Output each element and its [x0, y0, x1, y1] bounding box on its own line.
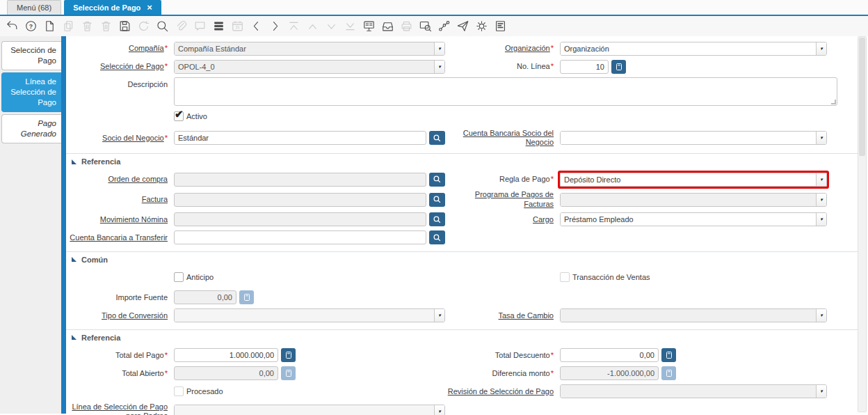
workflow-icon[interactable]: [437, 19, 451, 33]
anticipo-checkbox[interactable]: [174, 272, 184, 282]
record-search-button[interactable]: [429, 193, 445, 207]
programa-pagos-label[interactable]: Programa de Pagos de Facturas: [475, 190, 554, 208]
form-content: Compañía* Compañía Estándar▾ Organizació…: [66, 36, 868, 414]
attachment-icon: [174, 19, 188, 33]
diferencia-monto-label: Diferencia monto: [492, 369, 550, 377]
sidebar-tab-pago-generado[interactable]: Pago Generado: [1, 114, 61, 143]
chevron-down-icon[interactable]: ▾: [434, 309, 444, 322]
chevron-down-icon[interactable]: ▾: [434, 42, 444, 55]
chevron-down-icon[interactable]: ▾: [434, 405, 444, 415]
tab-menu[interactable]: Menú (68): [7, 0, 61, 15]
cargo-label[interactable]: Cargo: [533, 215, 554, 224]
diferencia-monto-input: -1.000.000,00: [560, 366, 659, 380]
record-search-button[interactable]: [429, 212, 445, 226]
tab-seleccion-de-pago[interactable]: Selección de Pago ×: [64, 0, 161, 15]
linea-padres-label[interactable]: Línea de Selección de Pago para Padres: [72, 402, 168, 415]
chevron-down-icon[interactable]: ▾: [816, 42, 826, 55]
detail-record-icon[interactable]: [268, 19, 282, 33]
organizacion-combobox[interactable]: Organización▾: [560, 42, 827, 56]
zoom-window-icon[interactable]: [418, 19, 432, 33]
report-icon[interactable]: [493, 19, 507, 33]
revision-seleccion-combobox: ▾: [560, 384, 827, 398]
section-referencia-2[interactable]: Referencia: [66, 329, 858, 343]
compania-combobox[interactable]: Compañía Estándar▾: [174, 42, 445, 56]
copy-record-icon: [61, 19, 75, 33]
section-comun[interactable]: Común: [66, 251, 858, 265]
importe-fuente-input: 0,00: [174, 290, 236, 304]
tipo-conversion-label[interactable]: Tipo de Conversión: [102, 311, 168, 320]
chevron-down-icon[interactable]: ▾: [816, 213, 826, 226]
cuenta-bancaria-socio-combobox[interactable]: ▾: [560, 131, 827, 145]
activo-checkbox[interactable]: ✔: [174, 111, 184, 121]
cuenta-transferir-input[interactable]: [174, 230, 426, 244]
calculator-button[interactable]: [661, 348, 676, 362]
organizacion-label[interactable]: Organización: [505, 44, 550, 52]
revision-seleccion-label[interactable]: Revisión de Selección de Pago: [448, 387, 554, 396]
orden-compra-label[interactable]: Orden de compra: [108, 175, 168, 183]
mandatory-marker: *: [165, 44, 168, 52]
total-descuento-input[interactable]: 0,00: [560, 348, 659, 362]
svg-text:31: 31: [235, 25, 239, 29]
grid-toggle-icon[interactable]: [211, 19, 225, 33]
descripcion-textarea[interactable]: [174, 77, 837, 106]
close-icon[interactable]: ×: [147, 3, 152, 12]
chevron-down-icon[interactable]: ▾: [434, 61, 444, 73]
chevron-down-icon: ▾: [816, 385, 826, 398]
compania-label[interactable]: Compañía: [129, 44, 164, 52]
sidebar-tab-linea-de-seleccion-de-pago[interactable]: Línea de Selección de Pago: [1, 72, 61, 112]
form-view-icon[interactable]: [362, 19, 376, 33]
help-icon[interactable]: ?: [24, 19, 38, 33]
movimiento-nomina-label[interactable]: Movimiento Nómina: [100, 215, 168, 224]
record-search-button[interactable]: [429, 173, 445, 187]
tasa-cambio-label[interactable]: Tasa de Cambio: [499, 311, 554, 320]
calculator-button: [281, 366, 296, 380]
new-record-icon[interactable]: [42, 19, 56, 33]
resize-handle-icon[interactable]: [831, 100, 836, 104]
undo-icon[interactable]: [5, 19, 19, 33]
mandatory-marker: *: [165, 351, 168, 359]
find-icon[interactable]: [155, 19, 169, 33]
linea-padres-combobox[interactable]: ▾: [174, 405, 445, 415]
chevron-down-icon: ▾: [816, 309, 826, 322]
tab-sidebar: Selección de Pago Línea de Selección de …: [0, 36, 61, 414]
socio-negocio-label[interactable]: Socio del Negocio: [102, 134, 164, 142]
calculator-button[interactable]: [281, 348, 296, 362]
no-linea-input[interactable]: 10: [560, 60, 609, 74]
factura-label[interactable]: Factura: [142, 195, 168, 203]
seleccion-pago-combobox[interactable]: OPOL-4_0▾: [174, 60, 445, 74]
calculator-button[interactable]: [611, 60, 626, 74]
cargo-combobox[interactable]: Préstamo Empleado▾: [560, 212, 827, 226]
mandatory-marker: *: [551, 62, 554, 70]
preference-gear-icon[interactable]: [474, 19, 488, 33]
vertical-scrollbar[interactable]: [858, 36, 867, 412]
programa-pagos-combobox: ▾: [560, 193, 827, 207]
send-icon[interactable]: [456, 19, 469, 33]
chevron-down-icon[interactable]: ▾: [816, 173, 826, 186]
parent-record-icon[interactable]: [249, 19, 263, 33]
total-abierto-input: 0,00: [174, 366, 278, 380]
orden-compra-input: [174, 173, 426, 187]
previous-record-icon: [305, 19, 319, 33]
delete-selection-icon: [99, 19, 113, 33]
tipo-conversion-combobox[interactable]: ▾: [174, 308, 445, 322]
sidebar-tab-seleccion-de-pago[interactable]: Selección de Pago: [1, 41, 61, 70]
cuenta-transferir-label[interactable]: Cuenta Bancaria a Transferir: [70, 233, 168, 242]
chevron-down-icon[interactable]: ▾: [816, 132, 826, 144]
svg-text:?: ?: [29, 23, 32, 30]
collapse-triangle-icon: [72, 335, 77, 340]
mandatory-marker: *: [551, 351, 554, 359]
scrollbar-thumb[interactable]: [859, 38, 865, 156]
save-icon[interactable]: [118, 19, 131, 33]
record-search-button[interactable]: [429, 131, 445, 145]
check-icon: ✔: [175, 108, 184, 120]
section-referencia[interactable]: Referencia: [66, 153, 858, 167]
record-search-button[interactable]: [429, 230, 445, 244]
collapse-triangle-icon: [72, 257, 77, 262]
regla-pago-combobox[interactable]: Depósito Directo▾: [560, 173, 827, 187]
total-pago-input[interactable]: 1.000.000,00: [174, 348, 278, 362]
archive-icon[interactable]: [380, 19, 394, 33]
cuenta-bancaria-socio-label[interactable]: Cuenta Bancaria Socio del Negocio: [463, 129, 554, 146]
socio-negocio-input[interactable]: Estándar: [174, 131, 426, 145]
movimiento-nomina-input: [174, 212, 426, 226]
seleccion-pago-label[interactable]: Selección de Pago: [100, 62, 164, 70]
